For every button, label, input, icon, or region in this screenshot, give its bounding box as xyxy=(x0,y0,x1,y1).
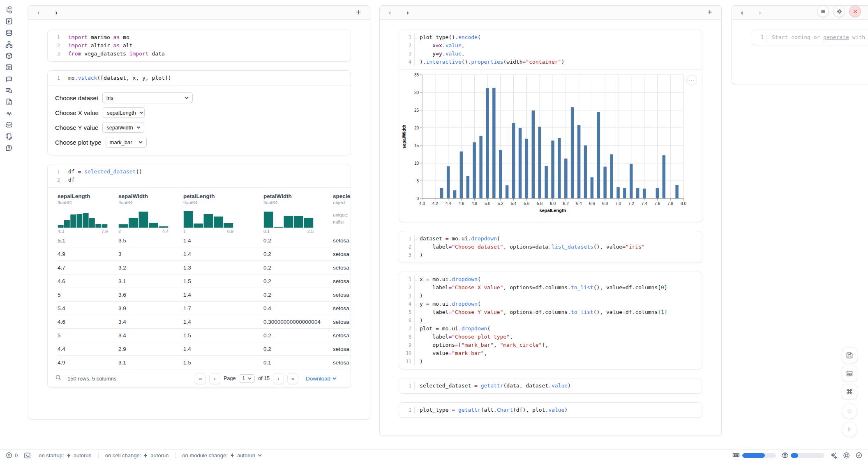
nav-back-button[interactable]: ‹ xyxy=(37,9,39,16)
code-line[interactable]: 9 options=["mark_bar", "mark_circle"], xyxy=(399,341,702,349)
code-line[interactable]: 2 x=x.value, xyxy=(399,41,702,50)
code-editor[interactable]: 1mo.vstack([dataset, x, y, plot]) xyxy=(48,71,351,85)
column-histogram[interactable] xyxy=(183,209,233,228)
column-header-species[interactable]: speciesobjectunique:nulls: xyxy=(333,188,351,234)
add-cell-button[interactable]: + xyxy=(356,8,361,17)
on-module-change-setting[interactable]: on module change: autorun xyxy=(182,452,262,459)
outline-icon[interactable] xyxy=(5,63,13,71)
fold-chevron-icon[interactable]: ⌄ xyxy=(415,34,417,42)
code-editor[interactable]: 1df = selected_dataset()2df xyxy=(48,164,351,187)
dropdown-select[interactable]: iris xyxy=(102,92,193,103)
code-line[interactable]: 5 label="Choose Y value", options=df.col… xyxy=(399,308,702,316)
column-histogram[interactable] xyxy=(263,209,314,228)
layout-button[interactable] xyxy=(842,366,857,381)
code-editor[interactable]: 1import marimo as mo2import altair as al… xyxy=(48,30,351,61)
terminal-button[interactable] xyxy=(24,452,31,459)
chart-actions-button[interactable]: ⋯ xyxy=(686,75,697,85)
dependency-graph-icon[interactable] xyxy=(5,40,13,48)
nav-forward-button[interactable]: › xyxy=(406,9,409,16)
code-line[interactable]: 7⌄plot = mo.ui.dropdown( xyxy=(399,325,702,333)
code-editor[interactable]: 1⌄plot_type().encode(2 x=x.value,3 y=y.v… xyxy=(399,30,702,69)
code-editor[interactable]: 1plot_type = getattr(alt.Chart(df), plot… xyxy=(399,403,702,417)
code-editor[interactable]: 1⌄x = mo.ui.dropdown(2 label="Choose X v… xyxy=(399,272,702,369)
nav-back-button[interactable]: ‹ xyxy=(389,9,391,16)
code-line[interactable]: 2import altair as alt xyxy=(48,41,351,50)
logs-icon[interactable] xyxy=(5,86,13,94)
next-page-button[interactable]: › xyxy=(273,373,284,384)
code-line[interactable]: 2df xyxy=(48,176,351,184)
fold-chevron-icon[interactable]: ⌄ xyxy=(415,325,417,333)
code-line[interactable]: 1import marimo as mo xyxy=(48,33,351,41)
prev-page-button[interactable]: ‹ xyxy=(209,373,220,384)
column-histogram[interactable] xyxy=(58,209,108,228)
code-line[interactable]: 1df = selected_dataset() xyxy=(48,168,351,176)
chatbot-button[interactable] xyxy=(843,452,850,459)
search-icon[interactable] xyxy=(55,374,62,383)
cpu-usage[interactable] xyxy=(782,452,824,459)
code-line[interactable]: 1⌄dataset = mo.ui.dropdown( xyxy=(399,235,702,243)
code-line[interactable]: 1⌄x = mo.ui.dropdown( xyxy=(399,275,702,284)
code-line[interactable]: 11) xyxy=(399,357,702,366)
generate-link[interactable]: generate xyxy=(823,34,849,40)
download-button[interactable]: Download xyxy=(306,376,337,382)
nav-forward-button[interactable]: › xyxy=(55,9,57,16)
column-header-petalLength[interactable]: petalLengthfloat6416.9 xyxy=(183,188,263,234)
stop-button[interactable] xyxy=(842,403,857,419)
altair-bar-chart[interactable]: 4.04.24.44.64.85.05.25.45.65.86.06.26.46… xyxy=(400,73,702,219)
column-header-sepalWidth[interactable]: sepalWidthfloat6424.4 xyxy=(118,188,183,234)
code-line[interactable]: 6) xyxy=(399,316,702,325)
close-button[interactable] xyxy=(849,5,861,17)
code-line[interactable]: 3) xyxy=(399,251,702,259)
code-line[interactable]: 1mo.vstack([dataset, x, y, plot]) xyxy=(48,74,351,82)
first-page-button[interactable]: « xyxy=(195,373,206,384)
code-line[interactable]: 10 value="mark_bar", xyxy=(399,349,702,357)
nav-back-button[interactable]: ‹ xyxy=(741,9,743,16)
code-line[interactable]: 4).interactive().properties(width="conta… xyxy=(399,58,702,66)
chat-icon[interactable] xyxy=(5,75,13,83)
scratchpad-icon[interactable] xyxy=(5,132,13,140)
menu-button[interactable] xyxy=(817,5,829,17)
documentation-icon[interactable] xyxy=(5,98,13,106)
nav-forward-button[interactable]: › xyxy=(759,9,761,16)
code-line[interactable]: 1⌄plot_type().encode( xyxy=(399,33,702,41)
code-line[interactable]: 3 y=y.value, xyxy=(399,50,702,58)
dropdown-select[interactable]: sepalWidth xyxy=(102,122,144,133)
code-line[interactable]: 1plot_type = getattr(alt.Chart(df), plot… xyxy=(399,406,702,414)
on-cell-change-setting[interactable]: on cell change: autorun xyxy=(105,452,169,459)
code-line[interactable]: 2 label="Choose X value", options=df.col… xyxy=(399,284,702,292)
column-header-petalWidth[interactable]: petalWidthfloat640.12.5 xyxy=(263,188,333,234)
fold-chevron-icon[interactable]: ⌄ xyxy=(415,300,417,309)
code-line[interactable]: 3) xyxy=(399,292,702,300)
column-header-sepalLength[interactable]: sepalLengthfloat644.37.9 xyxy=(58,188,118,234)
run-button[interactable] xyxy=(842,422,857,437)
help-icon[interactable] xyxy=(5,144,13,152)
command-palette-button[interactable] xyxy=(842,384,857,399)
code-line[interactable]: 4⌄y = mo.ui.dropdown( xyxy=(399,300,702,308)
fold-chevron-icon[interactable]: ⌄ xyxy=(415,235,417,243)
datasources-icon[interactable] xyxy=(5,29,13,37)
code-line[interactable]: 2 label="Choose dataset", options=data.l… xyxy=(399,243,702,251)
dropdown-select[interactable]: sepalLength xyxy=(103,107,145,118)
error-count-indicator[interactable]: 0 xyxy=(6,452,18,459)
settings-button[interactable] xyxy=(833,5,845,17)
code-editor[interactable]: 1selected_dataset = getattr(data, datase… xyxy=(399,378,702,393)
tracing-icon[interactable] xyxy=(5,109,13,117)
add-cell-button[interactable]: + xyxy=(707,8,712,17)
code-line[interactable]: 8 label="Choose plot type", xyxy=(399,333,702,341)
ai-sparkle-button[interactable] xyxy=(830,452,837,459)
page-select[interactable]: 1 xyxy=(239,374,255,383)
functions-icon[interactable] xyxy=(5,17,13,25)
column-histogram[interactable] xyxy=(118,209,169,228)
code-editor[interactable]: 1 Start coding or generate with AI xyxy=(751,30,868,45)
last-page-button[interactable]: » xyxy=(287,373,298,384)
save-button[interactable] xyxy=(842,348,857,363)
snippets-icon[interactable] xyxy=(5,121,13,129)
packages-icon[interactable] xyxy=(5,52,13,60)
file-explorer-icon[interactable] xyxy=(5,6,13,14)
connection-status-icon[interactable] xyxy=(856,452,862,459)
ram-usage[interactable] xyxy=(732,452,776,458)
dropdown-select[interactable]: mark_bar xyxy=(106,137,147,148)
on-startup-setting[interactable]: on startup: autorun xyxy=(39,452,92,459)
fold-chevron-icon[interactable]: ⌄ xyxy=(415,276,417,284)
code-editor[interactable]: 1⌄dataset = mo.ui.dropdown(2 label="Choo… xyxy=(399,231,702,263)
